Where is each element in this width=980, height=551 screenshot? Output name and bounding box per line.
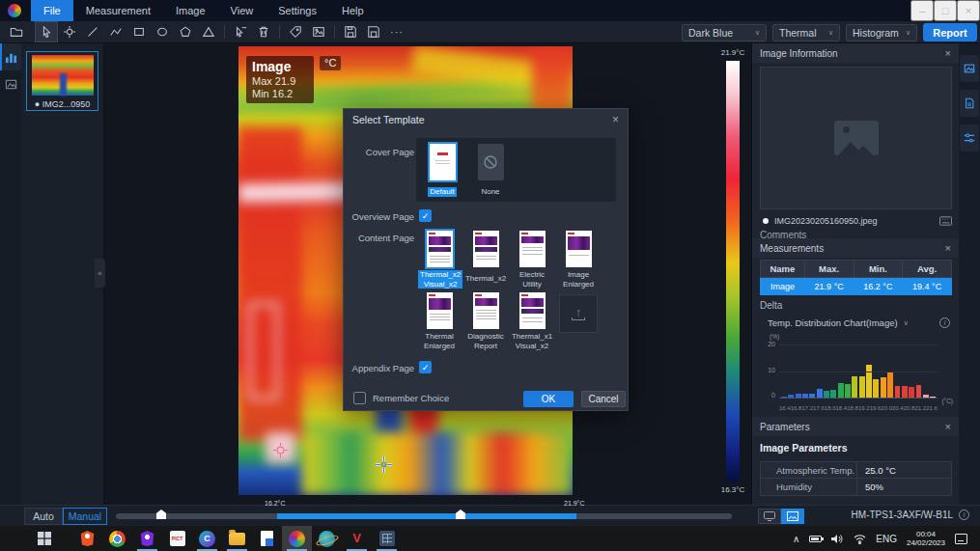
taskbar-app-chrome[interactable] bbox=[102, 526, 132, 551]
palette-dropdown[interactable]: Dark Blue ∨ bbox=[682, 24, 767, 41]
menu-view[interactable]: View bbox=[218, 0, 266, 21]
overview-checkbox[interactable]: ✓ bbox=[419, 209, 432, 222]
triangle-tool-button[interactable] bbox=[198, 22, 219, 41]
chart-selector[interactable]: Temp. Distribution Chart(Image) ∨ i bbox=[768, 317, 952, 328]
volume-icon[interactable] bbox=[831, 534, 844, 544]
overlay-min: Min 16.2 bbox=[252, 88, 308, 99]
maximize-button[interactable]: □ bbox=[934, 0, 957, 21]
start-button[interactable] bbox=[29, 526, 59, 551]
spot-marker-1[interactable] bbox=[273, 443, 288, 457]
menu-help[interactable]: Help bbox=[329, 0, 377, 21]
table-row[interactable]: Image 21.9 °C 16.2 °C 19.4 °C bbox=[761, 278, 952, 295]
cover-option-default[interactable]: Default bbox=[421, 144, 463, 198]
slider-handle-high[interactable] bbox=[456, 510, 465, 519]
action-center-icon[interactable] bbox=[955, 534, 967, 544]
tab-image-info[interactable] bbox=[960, 55, 979, 82]
cancel-button[interactable]: Cancel bbox=[581, 391, 626, 407]
rectangle-tool-button[interactable] bbox=[128, 22, 150, 41]
taskbar-app-brave-beta[interactable] bbox=[132, 526, 162, 551]
spot-tool-button[interactable] bbox=[59, 22, 80, 41]
tab-analysis[interactable] bbox=[0, 43, 21, 70]
line-tool-button[interactable] bbox=[82, 22, 103, 41]
menu-measurement[interactable]: Measurement bbox=[73, 0, 163, 21]
content-option-3[interactable]: Electric Utility bbox=[511, 231, 553, 290]
report-button[interactable]: Report bbox=[923, 23, 977, 41]
table-row[interactable]: Atmospheric Temp. 25.0 °C bbox=[761, 462, 951, 479]
table-row[interactable]: Humidity 50% bbox=[761, 479, 951, 495]
param-value[interactable]: 25.0 °C bbox=[857, 462, 951, 478]
deselect-tool-button[interactable] bbox=[230, 22, 251, 41]
taskbar-app-document[interactable] bbox=[252, 526, 282, 551]
close-icon[interactable]: × bbox=[612, 113, 619, 126]
temperature-slider-track[interactable] bbox=[116, 513, 732, 519]
filename-row[interactable]: IMG20230205160950.jpeg bbox=[760, 214, 952, 228]
view-dropdown[interactable]: Histogram ∨ bbox=[846, 24, 917, 41]
tab-gallery[interactable] bbox=[0, 70, 21, 97]
delete-button[interactable] bbox=[253, 22, 274, 41]
slider-handle-low[interactable] bbox=[156, 510, 166, 519]
tab-text-notes[interactable] bbox=[960, 90, 979, 117]
tab-parameters[interactable] bbox=[960, 124, 979, 152]
menu-file[interactable]: File bbox=[31, 0, 73, 21]
crosshair-icon bbox=[63, 25, 76, 39]
taskbar-app-planet[interactable] bbox=[312, 526, 342, 551]
image-view-toggle[interactable] bbox=[781, 509, 804, 524]
polygon-tool-button[interactable] bbox=[175, 22, 196, 41]
video-view-toggle[interactable] bbox=[758, 509, 781, 524]
language-indicator[interactable]: ENG bbox=[876, 534, 897, 544]
taskbar-app-thermal-studio[interactable] bbox=[282, 526, 312, 551]
parameters-header: Parameters × bbox=[752, 417, 959, 436]
close-icon[interactable]: × bbox=[945, 421, 951, 432]
wifi-icon[interactable] bbox=[854, 534, 866, 544]
open-folder-button[interactable] bbox=[6, 22, 27, 41]
taskbar-app-brave[interactable] bbox=[72, 526, 102, 551]
minimize-button[interactable]: – bbox=[910, 0, 934, 21]
content-option-1[interactable]: Thermal_x2 Visual_x2 bbox=[418, 231, 461, 290]
auto-scale-button[interactable]: Auto bbox=[24, 508, 63, 525]
polyline-tool-button[interactable] bbox=[105, 22, 126, 41]
x-tick-label: 20.8 bbox=[904, 405, 915, 411]
content-option-4[interactable]: Image Enlarged bbox=[557, 231, 600, 290]
select-tool-button[interactable] bbox=[36, 22, 57, 41]
param-value[interactable]: 50% bbox=[857, 479, 951, 495]
taskbar-app-canva[interactable]: C bbox=[192, 526, 222, 551]
menu-settings[interactable]: Settings bbox=[266, 0, 329, 21]
tag-button[interactable] bbox=[285, 22, 306, 41]
close-button[interactable]: × bbox=[957, 0, 980, 21]
taskbar-app-file-explorer[interactable] bbox=[222, 526, 252, 551]
mode-dropdown[interactable]: Thermal ∨ bbox=[772, 24, 840, 41]
manual-scale-button[interactable]: Manual bbox=[63, 508, 107, 525]
rename-icon[interactable] bbox=[939, 212, 952, 230]
ellipse-tool-button[interactable] bbox=[152, 22, 173, 41]
export-image-button[interactable] bbox=[308, 22, 329, 41]
ok-button[interactable]: OK bbox=[523, 391, 574, 407]
taskbar-app-pict[interactable]: PICT bbox=[162, 526, 192, 551]
remember-checkbox[interactable]: ✓ bbox=[353, 392, 366, 404]
close-icon[interactable]: × bbox=[945, 242, 951, 254]
clock[interactable]: 00:04 24/02/2023 bbox=[907, 530, 945, 547]
content-option-6[interactable]: Diagnostic Report bbox=[464, 292, 507, 352]
info-icon[interactable]: i bbox=[939, 317, 950, 328]
cover-option-none[interactable]: None bbox=[469, 144, 512, 198]
appendix-checkbox[interactable]: ✓ bbox=[419, 361, 432, 373]
content-option-2[interactable]: Thermal_x2 bbox=[464, 231, 507, 285]
panel-collapse-handle[interactable]: « bbox=[95, 259, 105, 288]
right-panel: Image Information × IMG20230205160950.jp… bbox=[751, 43, 959, 505]
content-option-7[interactable]: Thermal_x1 Visual_x2 bbox=[511, 292, 553, 352]
save-as-button[interactable] bbox=[363, 22, 384, 41]
spot-marker-2[interactable] bbox=[376, 456, 392, 473]
template-thumbnail bbox=[473, 231, 499, 267]
taskbar-app-calculator[interactable] bbox=[372, 526, 402, 551]
remember-label: Remember Choice bbox=[373, 393, 449, 403]
content-option-5[interactable]: Thermal Enlarged bbox=[418, 292, 461, 352]
close-icon[interactable]: × bbox=[945, 47, 951, 59]
import-template-button[interactable]: ↑ bbox=[559, 294, 598, 333]
menu-image[interactable]: Image bbox=[163, 0, 218, 21]
taskbar-app-wps[interactable]: V bbox=[342, 526, 372, 551]
tray-expand-chevron[interactable]: ∧ bbox=[793, 534, 799, 544]
battery-icon[interactable] bbox=[809, 536, 822, 542]
info-icon[interactable]: i bbox=[959, 510, 969, 520]
save-button[interactable] bbox=[340, 22, 361, 41]
thumbnail-item[interactable]: ● IMG2...0950 bbox=[26, 51, 98, 111]
more-tools-button[interactable]: ··· bbox=[386, 22, 407, 41]
